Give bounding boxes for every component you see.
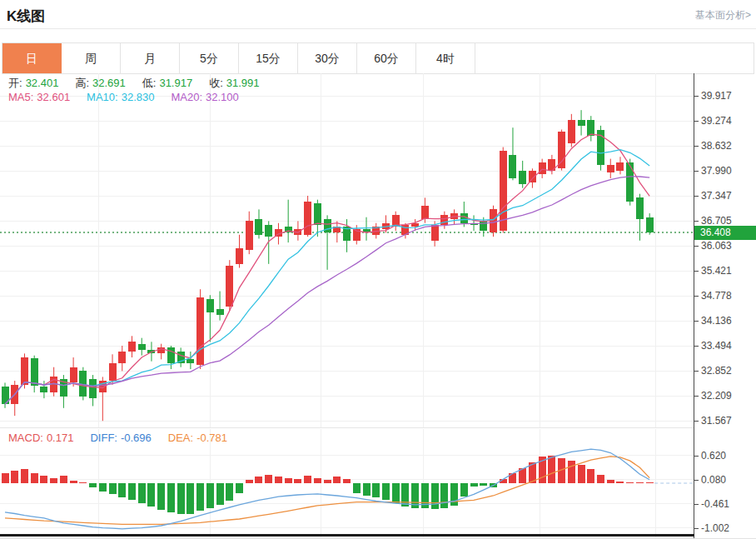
series-label: MA5: [8,91,33,103]
axis-tick-label: 35.421 [701,265,754,277]
axis-tick-mark [694,221,699,222]
axis-tick-mark [694,371,699,372]
page-title: K线图 [7,7,45,26]
axis-tick-label: 36.063 [701,240,754,252]
fundamental-analysis-link[interactable]: 基本面分析> [695,8,751,22]
tab-周[interactable]: 周 [62,43,121,73]
axis-tick-mark [694,528,699,529]
series-value: 31.917 [159,77,192,89]
axis-tick-label: 37.347 [701,190,754,202]
time-axis-line [0,534,694,537]
series-label: DEA: [168,432,193,444]
panel-divider [0,427,694,428]
ohlc-info-row: 开:32.401高:32.691低:31.917收:31.991 [8,76,276,91]
series-label: 低: [142,77,157,89]
axis-tick-mark [694,296,699,297]
series-value: 32.401 [26,77,59,89]
axis-tick-label: 0.620 [701,450,754,462]
axis-tick-mark [694,246,699,247]
series-label: MA20: [171,91,202,103]
series-label: MACD: [8,432,43,444]
axis-tick-mark [694,196,699,197]
axis-tick-mark [694,121,699,122]
price-axis-line [694,73,694,538]
axis-tick-label: 34.136 [701,315,754,327]
macd-chart[interactable] [0,429,694,538]
axis-tick-label: -0.461 [701,498,754,511]
axis-tick-mark [694,480,699,481]
axis-tick-label: 33.494 [701,340,754,352]
axis-tick-mark [694,321,699,322]
axis-tick-label: 39.917 [701,90,754,102]
axis-tick-mark [694,421,699,422]
axis-tick-label: 0.080 [701,474,754,487]
axis-tick-label: 32.852 [701,365,754,377]
ma-info-row: MA5:32.601MA10:32.830MA20:32.100 [8,91,256,103]
series-value: 32.601 [37,91,70,103]
series-label: 高: [75,77,89,89]
series-value: 31.991 [226,77,260,89]
series-value: 32.830 [122,91,155,103]
series-label: MA10: [87,91,118,103]
axis-tick-label: 34.778 [701,290,754,302]
tab-60分[interactable]: 60分 [357,43,416,73]
current-price-tag: 36.408 [694,226,756,240]
axis-tick-label: 37.990 [701,165,754,177]
axis-tick-mark [694,146,699,147]
axis-tick-mark [694,456,699,457]
axis-tick-mark [694,271,699,272]
candlestick-chart[interactable] [0,73,694,427]
series-value: -0.781 [196,432,227,444]
series-label: 收: [209,77,223,89]
axis-tick-mark [694,396,699,397]
header-divider [0,28,756,29]
axis-tick-label: 31.567 [701,415,754,427]
axis-tick-mark [694,171,699,172]
axis-tick-label: 39.274 [701,115,754,127]
series-value: -0.696 [121,432,152,444]
macd-info-row: MACD:0.171DIFF:-0.696DEA:-0.781 [8,432,244,444]
tab-4时[interactable]: 4时 [416,43,475,73]
series-value: 0.171 [47,432,74,444]
interval-tab-bar: 日周月5分15分30分60分4时 [2,42,754,74]
series-value: 32.100 [206,91,239,103]
series-value: 32.691 [92,77,126,89]
tab-30分[interactable]: 30分 [298,43,357,73]
axis-tick-mark [694,346,699,347]
tab-日[interactable]: 日 [2,43,62,73]
axis-tick-mark [694,96,699,97]
axis-tick-mark [694,504,699,505]
axis-tick-label: 38.632 [701,140,754,152]
tab-月[interactable]: 月 [121,43,180,73]
tab-15分[interactable]: 15分 [239,43,298,73]
series-label: DIFF: [90,432,117,444]
series-label: 开: [8,77,22,89]
tab-5分[interactable]: 5分 [180,43,239,73]
axis-tick-label: -1.002 [701,522,754,535]
axis-tick-label: 32.209 [701,390,754,402]
